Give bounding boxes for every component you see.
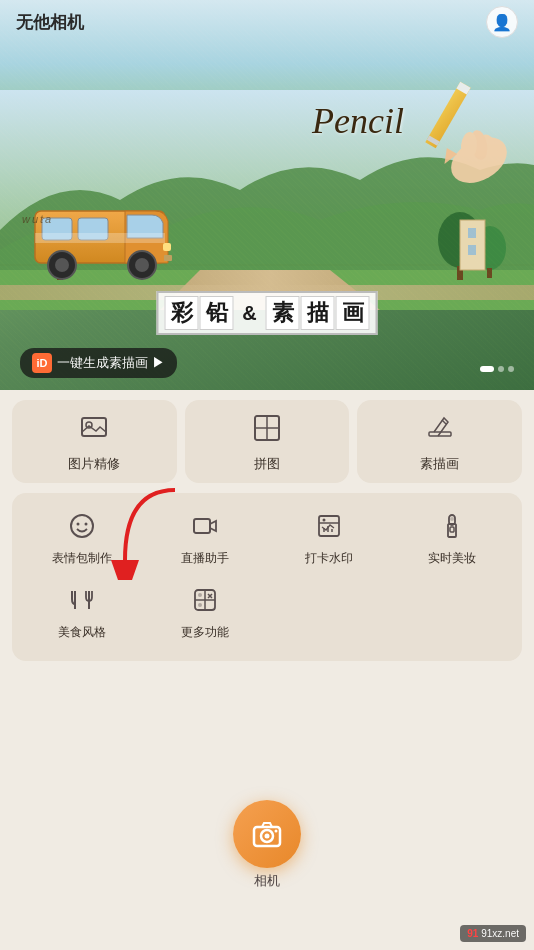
svg-point-56 xyxy=(275,830,278,833)
van-illustration xyxy=(30,193,175,287)
svg-rect-30 xyxy=(82,418,106,436)
watermark-badge: 91 91xz.net xyxy=(460,925,526,942)
char-cai: 彩 xyxy=(165,296,199,330)
sketch-icon xyxy=(426,414,454,449)
food-label: 美食风格 xyxy=(58,624,106,641)
beauty-icon xyxy=(439,513,465,545)
food-icon xyxy=(69,587,95,619)
svg-rect-44 xyxy=(448,524,456,537)
more-icon xyxy=(192,587,218,619)
banner: wuta Pencil 彩 铅 & 素 描 画 iD 一键生成素描画 ▶ xyxy=(0,0,534,390)
svg-point-51 xyxy=(198,593,202,597)
svg-point-39 xyxy=(84,523,87,526)
camera-label: 相机 xyxy=(254,872,280,890)
app-title: 无他相机 xyxy=(16,11,84,34)
svg-rect-23 xyxy=(35,233,165,243)
char-qian: 铅 xyxy=(200,296,234,330)
svg-point-46 xyxy=(450,517,454,521)
grid-item-beauty[interactable]: 实时美妆 xyxy=(391,503,515,577)
wuta-text: wuta xyxy=(22,213,53,225)
photo-editing-icon xyxy=(80,414,108,449)
watermark-icon xyxy=(316,513,342,545)
emoji-label: 表情包制作 xyxy=(52,550,112,567)
svg-rect-28 xyxy=(163,243,171,251)
id-badge: iD xyxy=(32,353,52,373)
top-features-row: 图片精修 拼图 素描画 xyxy=(12,400,522,483)
cta-button[interactable]: iD 一键生成素描画 ▶ xyxy=(20,348,177,378)
svg-line-36 xyxy=(442,420,446,424)
grid-item-more[interactable]: 更多功能 xyxy=(144,577,268,651)
svg-point-37 xyxy=(71,515,93,537)
char-hua: 画 xyxy=(336,296,370,330)
camera-button[interactable] xyxy=(233,800,301,868)
feature-card-sketch[interactable]: 素描画 xyxy=(357,400,522,483)
svg-rect-40 xyxy=(194,519,210,533)
dot-3 xyxy=(508,366,514,372)
photo-editing-label: 图片精修 xyxy=(68,455,120,473)
dot-2 xyxy=(498,366,504,372)
beauty-label: 实时美妆 xyxy=(428,550,476,567)
grid-row-1: 表情包制作 直播助手 xyxy=(20,503,514,577)
feature-card-collage[interactable]: 拼图 xyxy=(185,400,350,483)
sketch-label: 素描画 xyxy=(420,455,459,473)
grid-item-food[interactable]: 美食风格 xyxy=(20,577,144,651)
feature-card-photo-editing[interactable]: 图片精修 xyxy=(12,400,177,483)
avatar-icon: 👤 xyxy=(492,13,512,32)
grid-item-empty-2 xyxy=(391,577,515,651)
svg-point-42 xyxy=(322,519,325,522)
char-amp: & xyxy=(235,296,265,330)
char-su: 素 xyxy=(266,296,300,330)
pencil-script-text: Pencil xyxy=(312,100,404,142)
dot-1 xyxy=(480,366,494,372)
chinese-title-container: 彩 铅 & 素 描 画 xyxy=(157,291,378,335)
svg-point-27 xyxy=(135,258,149,272)
grid-item-empty-1 xyxy=(267,577,391,651)
watermark-label: 打卡水印 xyxy=(305,550,353,567)
grid-item-watermark[interactable]: 打卡水印 xyxy=(267,503,391,577)
camera-area: 相机 xyxy=(233,800,301,890)
more-label: 更多功能 xyxy=(181,624,229,641)
svg-point-50 xyxy=(198,603,202,607)
svg-point-55 xyxy=(265,834,270,839)
collage-label: 拼图 xyxy=(254,455,280,473)
grid-item-emoji[interactable]: 表情包制作 xyxy=(20,503,144,577)
svg-rect-29 xyxy=(164,255,172,261)
collage-icon xyxy=(253,414,281,449)
emoji-icon xyxy=(69,513,95,545)
cta-label: 一键生成素描画 ▶ xyxy=(57,354,165,372)
grid-item-live[interactable]: 直播助手 xyxy=(144,503,268,577)
live-label: 直播助手 xyxy=(181,550,229,567)
grid-row-2: 美食风格 更多功能 xyxy=(20,577,514,651)
banner-dots xyxy=(480,366,514,372)
svg-rect-45 xyxy=(450,527,454,532)
char-miao: 描 xyxy=(301,296,335,330)
live-icon xyxy=(192,513,218,545)
svg-point-25 xyxy=(55,258,69,272)
bottom-grid: 表情包制作 直播助手 xyxy=(12,493,522,661)
top-nav: 无他相机 👤 xyxy=(0,0,534,44)
watermark-text: 91 91xz.net xyxy=(467,928,519,939)
pencil-hand-illustration xyxy=(404,60,524,190)
svg-point-38 xyxy=(76,523,79,526)
avatar-button[interactable]: 👤 xyxy=(486,6,518,38)
